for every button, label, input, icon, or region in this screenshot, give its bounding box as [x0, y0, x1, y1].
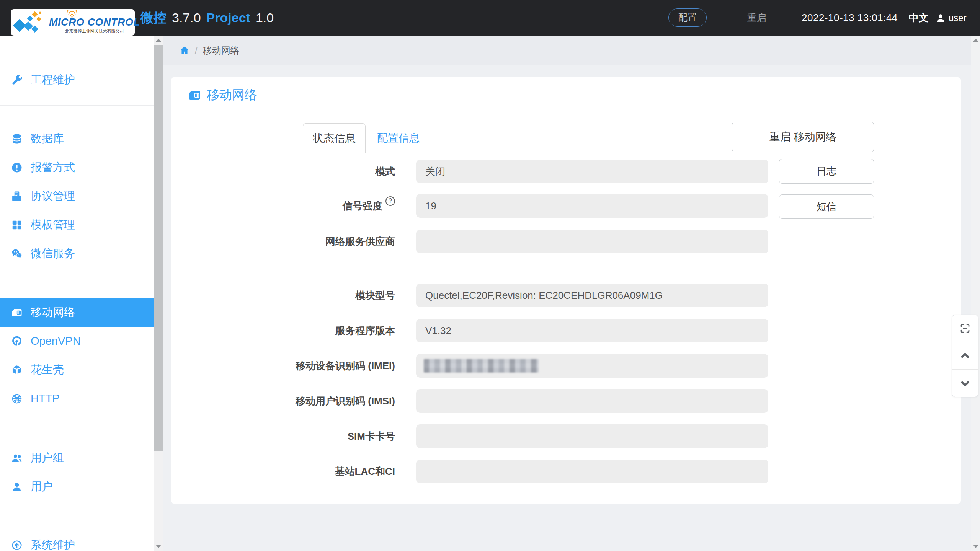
sidebar-item-mobile-network[interactable]: 移动网络 — [0, 298, 154, 327]
sidebar-item-http[interactable]: HTTP — [0, 384, 154, 413]
sidebar-item-system-maintenance[interactable]: 系统维护 — [0, 531, 154, 551]
fullscreen-icon — [959, 323, 971, 334]
sidebar-item-label: 花生壳 — [31, 362, 64, 378]
form-row-signal-strength: 信号强度? 19 — [171, 194, 961, 218]
redacted-imei-value — [424, 359, 539, 373]
sidebar-item-label: 移动网络 — [31, 305, 75, 320]
sidebar-section: 用户组 用户 — [0, 429, 154, 515]
field-label: 信号强度? — [171, 194, 395, 218]
floating-toolbar — [952, 315, 978, 397]
form-row-imei: 移动设备识别码 (IMEI) — [171, 354, 961, 378]
sidebar-item-label: 协议管理 — [31, 189, 75, 204]
arrow-up-circle-icon — [11, 539, 23, 551]
tab-status-info[interactable]: 状态信息 — [303, 123, 366, 153]
sim-card-icon — [188, 88, 201, 102]
form-row-mode: 模式 关闭 — [171, 160, 961, 183]
restart-mobile-network-button[interactable]: 重启 移动网络 — [732, 122, 874, 152]
scroll-up-arrow[interactable] — [971, 36, 980, 45]
sidebar-item-database[interactable]: 数据库 — [0, 124, 154, 153]
wifi-arcs-icon — [64, 10, 80, 18]
company-logo: MICRO CONTROL 北京微控工业网关技术有限公司 — [11, 9, 135, 36]
page-title: 移动网络 — [207, 86, 257, 104]
sidebar-section: 数据库 报警方式 协议管理 模板管理 微信服务 — [0, 106, 154, 281]
imei-field — [416, 354, 768, 378]
field-label: 网络服务供应商 — [171, 230, 395, 253]
tab-config-info[interactable]: 配置信息 — [366, 123, 431, 153]
sidebar-item-engineering[interactable]: 工程维护 — [0, 65, 154, 94]
sidebar-item-label: 系统维护 — [31, 538, 75, 551]
form-row-lac-ci: 基站LAC和CI — [171, 460, 961, 483]
openvpn-icon — [11, 335, 23, 347]
fullscreen-button[interactable] — [952, 315, 978, 342]
chevron-up-icon — [959, 350, 971, 362]
sidebar-section: 系统维护 — [0, 515, 154, 551]
form-row-module-model: 模块型号 Quectel,EC20F,Revision: EC20CEHDLGR… — [171, 284, 961, 307]
globe-icon — [11, 393, 23, 405]
sidebar-item-protocol[interactable]: 协议管理 — [0, 182, 154, 210]
logo-diamonds-icon — [13, 11, 48, 34]
sidebar-item-peanut-shell[interactable]: 花生壳 — [0, 355, 154, 384]
app-window: MICRO CONTROL 北京微控工业网关技术有限公司 微控 3.7.0 Pr… — [0, 0, 980, 551]
sidebar-item-alarm[interactable]: 报警方式 — [0, 153, 154, 182]
sidebar-scrollbar[interactable] — [154, 36, 163, 551]
sidebar-item-label: OpenVPN — [31, 335, 81, 347]
field-label: SIM卡卡号 — [171, 424, 395, 448]
scroll-down-arrow[interactable] — [154, 542, 163, 551]
breadcrumb: / 移动网络 — [163, 36, 971, 65]
alert-circle-icon — [11, 161, 23, 174]
sidebar-section: 移动网络 OpenVPN 花生壳 HTTP — [0, 281, 154, 429]
mode-field: 关闭 — [416, 160, 768, 183]
form-row-imsi: 移动用户识别码 (IMSI) — [171, 389, 961, 413]
sidebar-item-label: 用户组 — [31, 450, 64, 466]
sidebar-item-wechat[interactable]: 微信服务 — [0, 239, 154, 268]
breadcrumb-separator: / — [195, 45, 198, 56]
database-icon — [11, 133, 23, 145]
form-divider — [256, 271, 882, 271]
scroll-down-arrow[interactable] — [971, 542, 980, 551]
scroll-to-top-button[interactable] — [952, 342, 978, 370]
restart-link[interactable]: 重启 — [747, 0, 766, 36]
protocol-doc-icon — [11, 190, 23, 202]
field-label: 移动用户识别码 (IMSI) — [171, 389, 395, 413]
users-icon — [11, 452, 23, 464]
datetime-display: 2022-10-13 13:01:44 — [802, 0, 898, 36]
project-version: 1.0 — [256, 10, 274, 25]
signal-strength-field: 19 — [416, 194, 768, 218]
sidebar-item-openvpn[interactable]: OpenVPN — [0, 327, 154, 355]
cube-icon — [11, 364, 23, 376]
field-label: 基站LAC和CI — [171, 460, 395, 483]
app-name: 微控 — [140, 9, 167, 27]
sidebar-item-label: 数据库 — [31, 131, 64, 147]
scroll-up-arrow[interactable] — [154, 36, 163, 45]
sidebar-scrollbar-thumb[interactable] — [154, 45, 163, 451]
field-label: 移动设备识别码 (IMEI) — [171, 354, 395, 378]
form-row-carrier: 网络服务供应商 — [171, 230, 961, 253]
sidebar-item-users[interactable]: 用户 — [0, 472, 154, 501]
sidebar-item-user-groups[interactable]: 用户组 — [0, 443, 154, 472]
config-button[interactable]: 配置 — [668, 8, 707, 27]
user-menu[interactable]: user — [936, 0, 967, 36]
language-switch[interactable]: 中文 — [909, 0, 929, 36]
sidebar-item-label: 模板管理 — [31, 217, 75, 233]
sidebar-item-template[interactable]: 模板管理 — [0, 210, 154, 239]
brand-name: MICRO CONTROL — [49, 17, 140, 28]
home-icon[interactable] — [180, 46, 189, 55]
carrier-field — [416, 230, 768, 253]
imsi-field — [416, 389, 768, 413]
username: user — [949, 13, 967, 23]
module-model-field: Quectel,EC20F,Revision: EC20CEHDLGR06A09… — [416, 284, 768, 307]
sidebar-nav: 工程维护 数据库 报警方式 协议管理 模板管理 微信服务 — [0, 36, 154, 551]
chevron-down-icon — [959, 378, 971, 389]
user-icon — [11, 481, 23, 493]
help-icon[interactable]: ? — [385, 196, 395, 206]
page-scrollbar[interactable] — [971, 36, 980, 551]
content-card: 移动网络 状态信息 配置信息 重启 移动网络 日志 短信 模式 关闭 信号强度?… — [171, 77, 961, 504]
service-version-field: V1.32 — [416, 319, 768, 342]
sidebar-section: 工程维护 — [0, 36, 154, 106]
lac-ci-field — [416, 460, 768, 483]
field-label: 服务程序版本 — [171, 319, 395, 342]
sidebar-item-label: 报警方式 — [31, 160, 75, 175]
form-row-service-version: 服务程序版本 V1.32 — [171, 319, 961, 342]
scroll-to-bottom-button[interactable] — [952, 369, 978, 397]
sidebar-item-label: 微信服务 — [31, 246, 75, 261]
